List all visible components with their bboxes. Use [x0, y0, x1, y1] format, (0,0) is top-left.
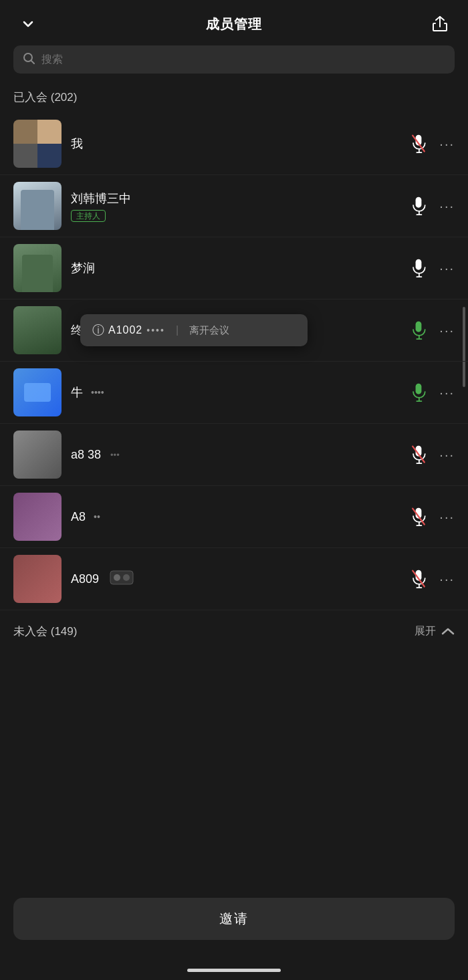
member-info: 刘韩博三中 主持人	[71, 191, 410, 222]
member-name: 我	[71, 136, 410, 152]
member-item: 牛 •••• ···	[0, 362, 468, 424]
member-item: 我 ···	[0, 113, 468, 175]
member-item: 刘韩博三中 主持人 ···	[0, 175, 468, 237]
avatar	[13, 120, 62, 168]
svg-point-26	[114, 574, 120, 581]
avatar	[13, 493, 62, 541]
header: 成员管理	[0, 0, 468, 45]
mic-on-icon	[410, 196, 427, 216]
search-icon	[23, 52, 35, 67]
member-actions: ···	[410, 569, 455, 589]
mic-muted-icon	[410, 569, 427, 589]
member-name: a8 38 •••	[71, 448, 410, 462]
more-options-icon[interactable]: ···	[439, 199, 455, 214]
member-actions: ···	[410, 507, 455, 527]
avatar	[13, 431, 62, 479]
member-tooltip: ⓘ A1002 •••• | 离开会议	[80, 314, 308, 346]
member-actions: ···	[410, 196, 455, 216]
member-info: 梦涧	[71, 260, 410, 276]
back-button[interactable]	[16, 12, 40, 36]
chevron-up-icon	[441, 627, 455, 636]
tooltip-divider: |	[176, 324, 179, 336]
avatar	[13, 368, 62, 416]
svg-point-0	[24, 53, 32, 62]
member-name: 刘韩博三中	[71, 191, 410, 207]
member-actions: ···	[410, 445, 455, 465]
mic-muted-icon	[410, 134, 427, 154]
member-info: a8 38 •••	[71, 448, 410, 462]
member-item: A8 •• ···	[0, 486, 468, 548]
member-item: a8 38 ••• ···	[0, 424, 468, 486]
more-options-icon[interactable]: ···	[439, 572, 455, 587]
search-box[interactable]	[13, 45, 455, 74]
more-options-icon[interactable]: ···	[439, 136, 455, 152]
not-joined-title: 未入会 (149)	[13, 624, 77, 639]
mic-muted-icon	[410, 445, 427, 465]
not-joined-section: 未入会 (149) 展开	[0, 610, 468, 646]
mic-speaking-icon	[410, 382, 427, 402]
member-actions: ···	[410, 382, 455, 402]
search-container	[13, 45, 455, 74]
mic-on-icon	[410, 258, 427, 278]
member-info: 我	[71, 136, 410, 152]
member-item-with-tooltip: 终极猎手梦涧 ··· ⓘ A1002 •••• | 离开会议	[0, 299, 468, 362]
host-badge: 主持人	[71, 209, 410, 222]
member-name: 梦涧	[71, 260, 410, 276]
member-info: A809	[71, 570, 410, 588]
member-item: 梦涧 ···	[0, 237, 468, 299]
member-info: 牛 ••••	[71, 384, 410, 400]
more-options-icon[interactable]: ···	[439, 385, 455, 400]
info-icon: ⓘ	[92, 322, 104, 338]
svg-rect-5	[416, 197, 422, 208]
tooltip-info: ⓘ A1002 ••••	[92, 322, 165, 338]
more-options-icon[interactable]: ···	[439, 509, 455, 525]
joined-section-title: 已入会 (202)	[0, 86, 468, 113]
mic-speaking-icon	[410, 320, 427, 340]
invite-button[interactable]: 邀请	[13, 898, 455, 940]
member-actions: ···	[410, 320, 455, 340]
member-actions: ···	[410, 134, 455, 154]
member-list: 我 ··· 刘韩博三中 主持人	[0, 113, 468, 610]
member-name: 牛 ••••	[71, 384, 410, 400]
member-item: A809 ···	[0, 548, 468, 610]
svg-rect-11	[416, 322, 422, 332]
svg-rect-14	[416, 384, 422, 394]
more-options-icon[interactable]: ···	[439, 261, 455, 276]
member-name: A809	[71, 570, 410, 588]
member-info: A8 ••	[71, 510, 410, 524]
expand-label: 展开	[415, 624, 436, 638]
search-input[interactable]	[41, 53, 445, 66]
tooltip-id: A1002	[108, 324, 142, 336]
mic-muted-icon	[410, 507, 427, 527]
member-name: A8 ••	[71, 510, 410, 524]
avatar	[13, 555, 62, 603]
expand-button[interactable]: 展开	[415, 624, 455, 638]
share-button[interactable]	[428, 12, 452, 36]
avatar	[13, 306, 62, 354]
home-indicator	[187, 969, 281, 972]
avatar	[13, 182, 62, 230]
more-options-icon[interactable]: ···	[439, 447, 455, 463]
svg-rect-8	[416, 259, 422, 270]
tooltip-action[interactable]: 离开会议	[189, 324, 229, 337]
more-options-icon[interactable]: ···	[439, 323, 455, 338]
avatar	[13, 244, 62, 292]
page-title: 成员管理	[206, 15, 262, 33]
svg-point-27	[123, 574, 130, 581]
member-actions: ···	[410, 258, 455, 278]
invite-button-container: 邀请	[0, 891, 468, 947]
